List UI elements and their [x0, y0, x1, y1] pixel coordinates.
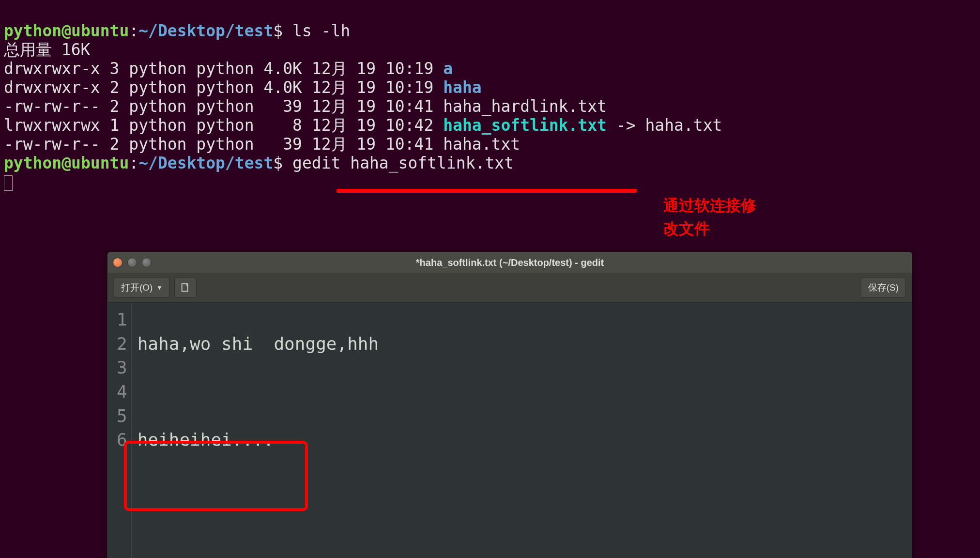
line-gutter: 1 2 3 4 5 6: [108, 303, 132, 558]
annotation-line: 通过软连接修: [663, 194, 756, 217]
new-document-icon: [180, 282, 191, 293]
command: ls -lh: [292, 21, 350, 40]
file-name: haha: [443, 78, 481, 97]
ls-row: drwxrwxr-x 3 python python 4.0K 12月 19 1…: [4, 59, 443, 78]
code-line: haha,wo shi dongge,hhh: [138, 332, 906, 356]
code-line: [138, 380, 906, 404]
annotation-text: 通过软连接修 改文件: [663, 194, 756, 240]
annotation-line: 改文件: [663, 217, 756, 240]
maximize-icon[interactable]: [142, 258, 152, 267]
open-button[interactable]: 打开(O) ▼: [114, 278, 169, 298]
line-number: 3: [117, 356, 127, 380]
prompt-user: python@ubuntu: [4, 21, 129, 40]
code-area[interactable]: haha,wo shi dongge,hhh heiheihei.... hah…: [132, 303, 912, 558]
save-label: 保存(S): [868, 281, 899, 294]
close-icon[interactable]: [113, 258, 122, 267]
window-controls: [113, 258, 152, 267]
new-tab-button[interactable]: [174, 278, 197, 298]
terminal-cursor: [4, 175, 13, 191]
command: gedit haha_softlink.txt: [292, 154, 514, 172]
total-line: 总用量 16K: [4, 40, 90, 59]
ls-row: lrwxrwxrwx 1 python python 8 12月 19 10:4…: [4, 116, 443, 135]
terminal-output[interactable]: python@ubuntu:~/Desktop/test$ ls -lh 总用量…: [0, 0, 980, 194]
line-number: 1: [117, 308, 127, 332]
gedit-window[interactable]: *haha_softlink.txt (~/Desktop/test) - ge…: [107, 252, 912, 558]
prompt-sep: :: [129, 154, 138, 172]
code-line: [138, 476, 906, 500]
prompt-path: ~/Desktop/test: [138, 154, 273, 172]
file-name: haha_hardlink.txt: [443, 97, 607, 116]
line-number: 4: [117, 380, 127, 404]
window-title: *haha_softlink.txt (~/Desktop/test) - ge…: [416, 257, 604, 268]
open-label: 打开(O): [121, 281, 153, 294]
file-name: haha.txt: [443, 135, 520, 154]
ls-row: drwxrwxr-x 2 python python 4.0K 12月 19 1…: [4, 78, 443, 97]
prompt-sep: :: [129, 21, 138, 40]
ls-row: -rw-rw-r-- 2 python python 39 12月 19 10:…: [4, 135, 443, 154]
toolbar: 打开(O) ▼ 保存(S): [108, 273, 912, 303]
prompt-path: ~/Desktop/test: [138, 21, 273, 40]
annotation-underline: [337, 189, 637, 193]
prompt-dollar: $: [273, 154, 283, 172]
line-number: 2: [117, 332, 127, 356]
symlink-target: -> haha.txt: [607, 116, 722, 135]
file-name: a: [443, 59, 453, 78]
prompt-dollar: $: [273, 21, 283, 40]
save-button[interactable]: 保存(S): [861, 278, 906, 298]
prompt-user: python@ubuntu: [4, 154, 129, 172]
chevron-down-icon: ▼: [156, 284, 162, 291]
line-number: 6: [117, 428, 127, 452]
editor-area[interactable]: 1 2 3 4 5 6 haha,wo shi dongge,hhh heihe…: [108, 303, 912, 558]
ls-row: -rw-rw-r-- 2 python python 39 12月 19 10:…: [4, 97, 443, 116]
line-number: 5: [117, 404, 127, 428]
code-line: [138, 524, 906, 548]
code-line: heiheihei....: [138, 428, 906, 452]
titlebar[interactable]: *haha_softlink.txt (~/Desktop/test) - ge…: [108, 252, 912, 273]
file-name: haha_softlink.txt: [443, 116, 607, 135]
minimize-icon[interactable]: [127, 258, 137, 267]
